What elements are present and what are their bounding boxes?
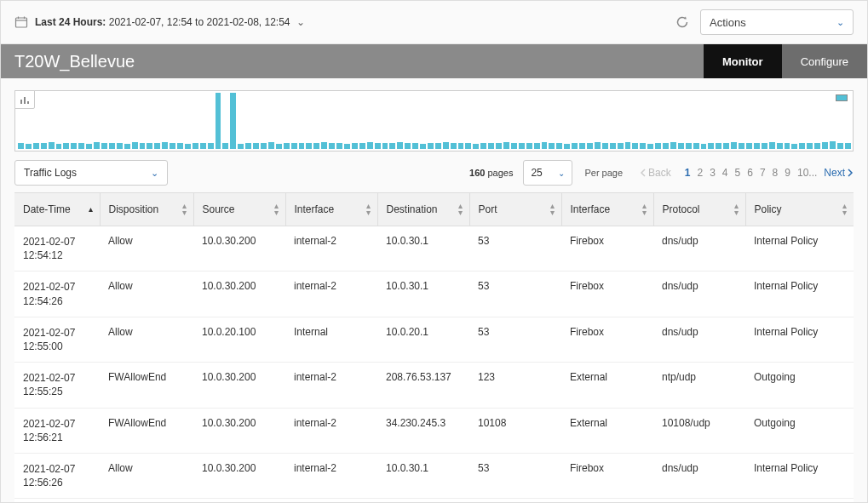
sort-icon[interactable]: ▴▾ [458,203,463,216]
table-row[interactable]: 2021-02-07 12:56:26Allow10.0.30.200inter… [14,453,854,498]
histogram-bar[interactable] [382,143,388,149]
histogram-bar[interactable] [473,144,479,149]
histogram-bar[interactable] [101,143,107,149]
column-header[interactable]: Disposition▴▾ [100,193,193,226]
chart-mode-button[interactable] [14,90,35,109]
histogram-bar[interactable] [549,143,555,149]
histogram-bar[interactable] [503,142,509,149]
histogram-bar[interactable] [412,143,418,149]
histogram-bar[interactable] [49,142,55,149]
pager-page[interactable]: 7 [760,167,766,179]
histogram-bar[interactable] [807,143,813,149]
histogram-bar[interactable] [723,143,729,149]
histogram-bar[interactable] [18,143,24,149]
histogram-bar[interactable] [375,143,381,149]
histogram-bar[interactable] [313,143,319,149]
histogram-bar[interactable] [63,143,69,149]
sort-icon[interactable]: ▴▾ [842,203,847,216]
time-range-label[interactable]: Last 24 Hours: 2021-02-07, 12:54 to 2021… [35,16,305,28]
histogram-bar[interactable] [830,141,836,149]
histogram-bar[interactable] [352,143,358,149]
histogram-bar[interactable] [216,93,221,149]
sort-icon[interactable]: ▴▾ [274,203,279,216]
histogram-bar[interactable] [367,142,373,149]
histogram-bar[interactable] [299,143,305,149]
histogram-bar[interactable] [124,144,130,149]
histogram-bar[interactable] [177,143,183,149]
histogram-bar[interactable] [496,143,502,149]
actions-dropdown[interactable]: Actions ⌄ [700,9,854,35]
table-row[interactable]: 2021-02-07 12:54:12Allow10.0.30.200inter… [14,226,854,272]
pager-page[interactable]: 3 [710,167,716,179]
histogram-bar[interactable] [291,143,297,149]
histogram-bar[interactable] [344,144,350,149]
histogram-bar[interactable] [655,143,661,149]
histogram-bar[interactable] [754,143,760,149]
histogram-bar[interactable] [686,143,692,149]
histogram-bar[interactable] [647,144,653,149]
column-header[interactable]: Protocol▴▾ [653,193,745,226]
pager-page[interactable]: 4 [722,167,728,179]
table-row[interactable]: 2021-02-07 12:54:26Allow10.0.30.200inter… [14,272,854,317]
histogram-bar[interactable] [245,143,251,149]
histogram-bar[interactable] [822,142,828,149]
column-header[interactable]: Destination▴▾ [377,193,469,226]
histogram-bar[interactable] [389,143,395,149]
refresh-button[interactable] [675,14,690,30]
histogram-bar[interactable] [534,143,540,149]
table-row[interactable]: 2021-02-07 12:55:25FWAllowEnd10.0.30.200… [14,363,854,408]
histogram-bar[interactable] [306,143,312,149]
histogram-bar[interactable] [154,143,160,149]
histogram-bar[interactable] [208,143,214,149]
histogram-bar[interactable] [321,142,327,149]
histogram-bar[interactable] [602,143,608,149]
histogram-bar[interactable] [625,142,631,149]
sort-icon[interactable]: ▴▾ [366,203,371,216]
traffic-histogram[interactable] [14,90,854,151]
histogram-bar[interactable] [33,143,39,149]
histogram-bar[interactable] [564,144,570,149]
histogram-bar[interactable] [465,143,471,149]
histogram-bar[interactable] [222,143,228,149]
histogram-bar[interactable] [458,143,464,149]
histogram-bar[interactable] [799,143,805,149]
histogram-bar[interactable] [200,143,206,149]
log-type-dropdown[interactable]: Traffic Logs ⌄ [14,160,168,186]
histogram-bar[interactable] [701,144,707,149]
histogram-bar[interactable] [41,143,47,149]
histogram-bar[interactable] [253,143,259,149]
column-header[interactable]: Interface▴▾ [285,193,377,226]
column-header[interactable]: Source▴▾ [193,193,285,226]
histogram-bar[interactable] [769,142,775,149]
pager-page[interactable]: 9 [785,167,790,179]
pager-page[interactable]: 5 [735,167,741,179]
histogram-bar[interactable] [329,143,335,149]
column-header[interactable]: Policy▴▾ [745,193,854,226]
histogram-bar[interactable] [731,142,737,149]
histogram-bar[interactable] [405,143,411,149]
pager-page[interactable]: 2 [697,167,703,179]
sort-icon[interactable]: ▴▾ [734,203,739,216]
histogram-bar[interactable] [618,143,624,149]
histogram-bar[interactable] [397,142,403,149]
histogram-bar[interactable] [480,143,486,149]
sort-icon[interactable]: ▴▾ [550,203,555,216]
histogram-bar[interactable] [109,143,115,149]
histogram-bar[interactable] [670,142,676,149]
histogram-bar[interactable] [359,143,365,149]
histogram-bar[interactable] [579,143,585,149]
histogram-bar[interactable] [632,143,638,149]
histogram-bar[interactable] [610,143,616,149]
histogram-bar[interactable] [663,143,669,149]
histogram-bar[interactable] [739,143,744,149]
histogram-bar[interactable] [762,143,767,149]
per-page-dropdown[interactable]: 25 ⌄ [523,160,572,186]
histogram-bar[interactable] [837,143,843,149]
pager-page[interactable]: 10... [797,167,817,179]
histogram-bar[interactable] [162,142,168,149]
histogram-bar[interactable] [86,144,92,149]
histogram-bar[interactable] [336,143,342,149]
histogram-bar[interactable] [708,143,714,149]
histogram-bar[interactable] [511,143,517,149]
histogram-bar[interactable] [261,143,267,149]
